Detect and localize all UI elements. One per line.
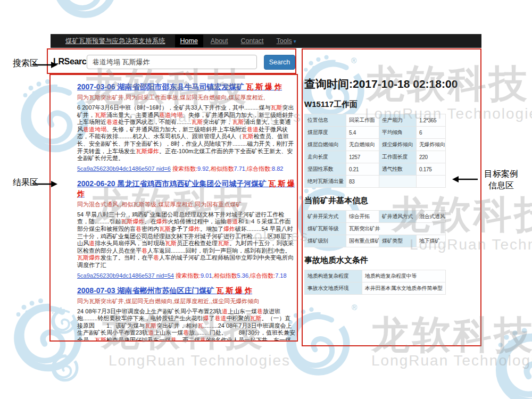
highlighted-keyword: 巷道垮塌 [83,126,106,132]
body-text: 6 2007年3月6日中班（8时~16时），全矿共33人下井作业，其中.....… [77,104,270,111]
field-label: 煤层厚度 [305,127,346,139]
result-similarity-summary: 同为混合式通风,,相似瓦斯等级,煤层厚度相近,同为国有重点煤矿 [77,201,296,209]
highlighted-keyword: 巷 [183,329,189,336]
field-value: 0.21 [346,163,379,176]
result-title-link[interactable]: 2007-03-06 湖南省邵阳市邵东县牛马司镇宏发煤矿 瓦 斯 爆 炸 [77,82,282,91]
result-title-link[interactable]: 2002-06-20 黑龙江省鸡西市鸡西矿业集团公司城子河煤矿 瓦 斯 爆 炸 [77,179,295,198]
search-result: 2007-03-06 湖南省邵阳市邵东县牛马司镇宏发煤矿 瓦 斯 爆 炸同为瓦斯… [77,82,296,173]
result-footer: 5ca9a256230b94dc1486e507 nid=6 搜索指数:9.92… [77,165,296,173]
highlighted-keyword: 瓦斯 [250,315,262,321]
result-footer: 5ca9a256230b94dc1486e537 nid=54 搜索指数:9.0… [77,272,296,280]
info-table: 地质构造复杂程度地质构造复杂程度中等事故水文地质环境本井田基本属水文地质条件简单… [304,270,446,295]
result-title-text: 2007-03-06 湖南省邵阳市邵东县牛马司镇宏发煤矿 [77,82,246,91]
section-title: W15117工作面 [304,99,479,110]
field-label: 平均倾角 [379,127,417,139]
highlighted-keyword: 瓦斯 [218,240,229,246]
highlighted-keyword: 道 [148,329,154,336]
table-row: 坚固性系数0.21透气性数0.175 [305,163,446,176]
metric-value: 5.36 [237,272,248,279]
highlighted-keyword: 巷 [153,254,159,261]
body-text: 人车返回.........回时，听到一声巨响，感到有剧烈冲击。 [147,247,291,254]
nav-item-home[interactable]: Home [175,35,203,47]
highlighted-keyword: 爆炸 [223,226,235,232]
highlighted-keyword: 瓦斯爆炸 [136,148,159,154]
search-input[interactable] [87,55,257,69]
body-text: 检查员唐因仔以及东一煤 [106,337,171,342]
result-similarity-summary: 同为瓦斯突出矿井,煤层同无自燃倾向,煤层厚度相近,,煤尘同无爆炸倾向 [77,297,296,305]
metric-label: 搜索指数: [172,165,197,172]
nav-item-about[interactable]: About [205,35,234,47]
field-label: 工作面长度 [379,151,417,163]
field-label: 事故水文地质环境 [305,282,362,295]
field-value: 地下煤矿 [417,235,446,247]
dragon-logo-watermark [48,0,122,21]
field-value: 综合开拓 [346,211,379,223]
highlighted-keyword: 瓦斯 [270,104,282,111]
highlighted-keyword: 瓦斯爆炸 [121,218,145,225]
field-label: 走向长度 [305,151,346,163]
result-title-keyword: 瓦 斯 爆 炸 [246,82,282,91]
field-label: 地质构造复杂程度 [305,270,362,282]
highlighted-keyword: 巷 [257,308,263,314]
result-title-link[interactable]: 2008-07-03 湖南省郴州市苏仙区庄门煤矿 瓦 斯 爆 炸 [77,286,252,295]
field-label: 矿井开采方式 [305,211,346,223]
search-button[interactable]: Search [264,55,295,70]
metric-value: 9.92 [197,165,209,172]
highlighted-keyword: 巷 [171,337,177,342]
body-text: 火焰传播过程中，运输 [168,218,227,225]
search-result: 2008-07-03 湖南省郴州市苏仙区庄门煤矿 瓦 斯 爆 炸同为瓦斯突出矿井… [77,286,296,342]
field-label: 煤尘爆炸倾向 [379,139,417,151]
body-text: 突出矿井，相对 [156,322,197,329]
brand-link[interactable]: 煤矿瓦斯预警与应急决策支持系统 [65,37,165,46]
field-value: 6 [417,127,446,139]
metric-label: ,相似指数 [212,272,237,279]
metric-label: ,相似指数 [209,165,234,172]
highlighted-keyword: 巷道 [227,218,238,225]
result-id-link[interactable]: 5ca9a256230b94dc1486e507 nid=6 [77,165,171,172]
annotation-target-case-area: 目标案例 信息区 [480,168,522,192]
section-title: 当前矿井基本信息 [304,196,479,206]
field-value: 瓦斯突出矿井 [346,223,446,235]
body-text: 排水头局扇停风，当时现场 [95,240,165,246]
info-table: 矿井开采方式综合开拓矿井通风方式混合式通风煤矿瓦斯等级瓦斯突出矿井煤矿级别国有重… [304,210,446,247]
body-text: 、失修，矿井通风阻力加大，新三级暗斜井上车场附近 [106,126,247,132]
arrow-right-icon [33,180,57,188]
result-id-link[interactable]: 5ca9a256230b94dc1486e537 nid=54 [77,272,174,279]
arrow-right-icon [33,61,57,69]
table-row: 煤层厚度5.4平均倾角6 [305,127,446,139]
field-label: 绝对瓦斯涌出量 [305,176,346,188]
nav-item-tools[interactable]: Tools▾ [271,35,302,47]
result-similarity-summary: 同为瓦斯突出矿井,同为回采工作面事故,煤层同无自燃倾向,煤层厚度相近, [77,94,296,102]
body-text: 涌出量大。主要通风 [106,112,159,118]
navbar: 煤矿瓦斯预警与应急决策支持系统 HomeAboutContactTools▾ [51,34,481,48]
highlighted-keyword: 巷 [200,337,206,342]
body-text: 、西二煤 [177,337,200,342]
field-value: 无自燃倾向 [346,139,379,151]
table-row: 地质构造复杂程度地质构造复杂程度中等 [305,270,446,282]
results-area-box: 2007-03-06 湖南省邵阳市邵东县牛马司镇宏发煤矿 瓦 斯 爆 炸同为瓦斯… [49,74,298,342]
result-title-text: 2002-06-20 黑龙江省鸡西市鸡西矿业集团公司城子河煤矿 [77,179,268,188]
annotation-target-line1: 目标案例 [480,168,522,180]
body-text: 上山东一煤 [228,308,257,314]
metric-value: 7.18 [275,272,286,279]
table-row: 煤矿级别国有重点煤矿煤矿类型地下煤矿 [305,235,446,247]
target-case-box: 查询时间:2017-10-18 02:18:00 W15117工作面位置信息回采… [302,48,481,346]
lrsearch-logo: LRSearch [53,56,92,67]
field-label: 透气性数 [379,163,417,176]
field-label: 煤矿类型 [379,235,417,247]
highlighted-keyword: 巷道 [247,126,259,132]
table-row: 煤层自燃倾向无自燃倾向煤尘爆炸倾向无爆炸倾向 [305,139,446,151]
field-label: 位置信息 [305,114,346,127]
nav-item-contact[interactable]: Contact [236,35,269,47]
field-value: 无爆炸倾向 [417,139,446,151]
dragon-logo-watermark [49,351,81,383]
highlighted-keyword: 瓦斯 [232,119,244,125]
result-title-keyword: 瓦 斯 爆 炸 [216,286,252,295]
field-value: 地质构造复杂程度中等 [362,270,446,282]
highlighted-keyword: 巷 [142,247,147,254]
field-value: 0.175 [417,163,446,176]
metric-value: 8.82 [272,165,283,172]
highlighted-keyword: 瓦斯 [95,337,106,342]
body-text: 中积聚的 [227,315,250,321]
table-row: 煤矿瓦斯等级瓦斯突出矿井 [305,223,446,235]
